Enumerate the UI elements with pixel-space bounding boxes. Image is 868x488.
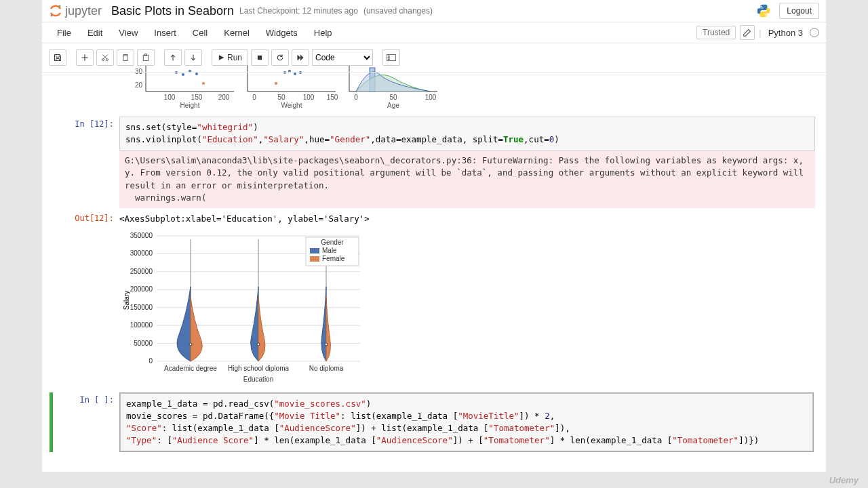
kernel-indicator-icon (810, 28, 819, 37)
svg-text:Age: Age (387, 102, 399, 109)
svg-text:250000: 250000 (130, 268, 153, 275)
add-cell-button[interactable] (76, 49, 94, 66)
code-cell-active[interactable]: example_1_data = pd.read_csv("movie_scor… (120, 393, 813, 452)
cell-type-select[interactable]: Code (312, 49, 373, 66)
menu-insert[interactable]: Insert (146, 25, 184, 41)
svg-text:Female: Female (322, 255, 345, 262)
svg-point-21 (195, 73, 198, 75)
logout-button[interactable]: Logout (779, 3, 819, 19)
svg-rect-12 (388, 57, 389, 58)
jupyter-icon (49, 4, 62, 18)
svg-text:100000: 100000 (130, 321, 153, 329)
python-icon (756, 3, 771, 18)
trusted-indicator[interactable]: Trusted (696, 26, 736, 39)
svg-point-1 (51, 15, 53, 17)
violin-plot: 0500001000001500002000002500003000003500… (119, 226, 815, 390)
autosave-text: (unsaved changes) (363, 6, 433, 16)
svg-text:100: 100 (425, 94, 437, 101)
svg-text:50000: 50000 (134, 339, 153, 346)
menu-kernel[interactable]: Kernel (216, 25, 258, 41)
jupyter-wordmark: jupyter (65, 4, 102, 18)
prompt-in-12: In [12]: (53, 117, 119, 208)
svg-point-68 (325, 343, 328, 346)
interrupt-button[interactable] (251, 49, 269, 66)
svg-point-2 (762, 6, 763, 7)
menu-file[interactable]: File (49, 25, 79, 41)
svg-text:Academic degree: Academic degree (164, 365, 217, 372)
run-button[interactable]: Run (212, 49, 248, 66)
menu-view[interactable]: View (111, 25, 146, 41)
svg-text:100: 100 (164, 94, 176, 101)
svg-text:High school diploma: High school diploma (228, 365, 289, 372)
checkpoint-text: Last Checkpoint: 12 minutes ago (239, 6, 358, 16)
svg-rect-9 (258, 56, 262, 60)
svg-rect-7 (143, 55, 149, 60)
svg-rect-75 (310, 248, 319, 253)
save-button[interactable] (49, 49, 66, 66)
kernel-name[interactable]: Python 3 (766, 28, 806, 38)
menu-widgets[interactable]: Widgets (258, 25, 306, 41)
restart-run-all-button[interactable] (292, 49, 309, 66)
svg-text:No diploma: No diploma (309, 365, 344, 372)
copy-button[interactable] (117, 49, 134, 66)
svg-point-19 (182, 73, 184, 76)
svg-text:Male: Male (322, 247, 337, 254)
paste-button[interactable] (137, 49, 155, 66)
svg-text:150: 150 (327, 94, 338, 101)
svg-point-5 (106, 59, 108, 61)
output-text-12: <AxesSubplot:xlabel='Education', ylabel=… (119, 211, 815, 226)
svg-rect-13 (388, 59, 389, 60)
svg-text:200: 200 (218, 94, 230, 101)
svg-point-33 (275, 82, 277, 85)
svg-text:Gender: Gender (321, 239, 344, 246)
edit-icon[interactable] (740, 25, 755, 40)
svg-text:Education: Education (243, 375, 273, 383)
svg-text:50: 50 (277, 94, 285, 101)
svg-point-4 (102, 59, 104, 61)
svg-point-22 (202, 82, 205, 85)
jupyter-logo[interactable]: jupyter (49, 3, 106, 19)
prompt-out-12: Out[12]: (53, 211, 119, 390)
udemy-watermark: Udemy (829, 475, 859, 485)
svg-text:150000: 150000 (130, 303, 153, 310)
svg-text:Salary: Salary (123, 291, 130, 310)
svg-text:Height: Height (180, 102, 200, 109)
svg-text:200000: 200000 (130, 285, 153, 293)
svg-text:0: 0 (149, 357, 153, 365)
svg-point-66 (257, 343, 260, 346)
svg-point-0 (59, 5, 61, 7)
svg-point-64 (189, 343, 192, 346)
svg-text:20: 20 (135, 81, 143, 89)
svg-text:Weight: Weight (281, 102, 302, 109)
svg-text:0: 0 (354, 94, 358, 101)
menu-help[interactable]: Help (306, 25, 340, 41)
menu-edit[interactable]: Edit (79, 25, 111, 41)
svg-text:100: 100 (303, 94, 315, 101)
svg-text:50: 50 (389, 94, 397, 101)
move-down-button[interactable] (184, 49, 202, 66)
svg-rect-11 (388, 56, 389, 57)
svg-text:0: 0 (252, 94, 256, 101)
svg-point-3 (765, 15, 766, 16)
svg-point-31 (294, 73, 296, 75)
notebook-title[interactable]: Basic Plots in Seaborn (111, 4, 234, 18)
restart-button[interactable] (271, 49, 289, 66)
menu-cell[interactable]: Cell (184, 25, 216, 41)
command-palette-button[interactable] (382, 49, 400, 66)
warning-output: G:\Users\salim\anaconda3\lib\site-packag… (119, 150, 815, 208)
svg-rect-77 (310, 256, 319, 262)
svg-text:300000: 300000 (130, 249, 153, 257)
cut-button[interactable] (96, 49, 114, 66)
move-up-button[interactable] (164, 49, 182, 66)
svg-text:150: 150 (191, 94, 203, 101)
svg-text:350000: 350000 (130, 232, 153, 239)
code-cell-12[interactable]: sns.set(style="whitegrid") sns.violinplo… (119, 117, 815, 150)
prompt-in-next: In [ ]: (53, 392, 119, 453)
svg-rect-6 (123, 56, 127, 61)
